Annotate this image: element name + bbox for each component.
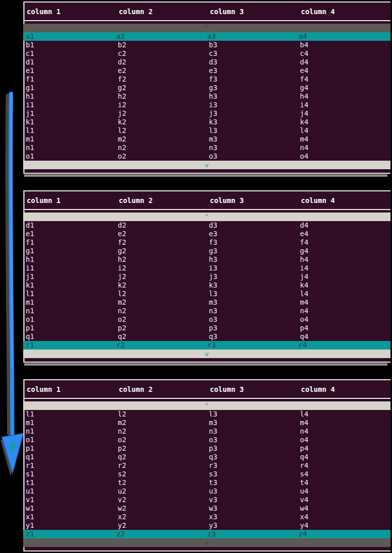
table-cell: n1 <box>25 307 117 315</box>
table-cell: l3 <box>208 290 299 298</box>
table-cell: e4 <box>299 230 390 238</box>
table-cell: r4 <box>297 341 390 350</box>
table-row[interactable]: j1j2j3j4 <box>25 272 390 281</box>
table-cell: i1 <box>25 264 117 272</box>
table-row[interactable]: o1o2o3o4 <box>25 315 390 324</box>
table-row[interactable]: i1i2i3i4 <box>25 101 390 109</box>
table-row[interactable]: s1s2s3s4 <box>25 470 390 478</box>
table-row[interactable]: q1q2q3q4 <box>25 332 390 341</box>
table-header: column 1column 2column 3column 4 <box>25 3 390 21</box>
table-row[interactable]: b1b2b3b4 <box>25 41 390 49</box>
table-cell: e3 <box>208 230 299 238</box>
table-cell: g3 <box>208 84 299 92</box>
table-cell: s1 <box>25 470 117 478</box>
table-cell: d3 <box>208 221 299 230</box>
table-row[interactable]: k1k2k3k4 <box>25 118 390 126</box>
table-cell: e4 <box>299 66 390 75</box>
table-row[interactable]: h1h2h3h4 <box>25 92 390 101</box>
column-header: column 4 <box>299 196 390 204</box>
table-row[interactable]: d1d2d3d4 <box>25 58 390 66</box>
table-row[interactable]: r1r2r3r4 <box>25 461 390 470</box>
table-cell: f2 <box>117 75 208 84</box>
table-shadow <box>24 174 387 177</box>
table-cell: l1 <box>25 290 117 298</box>
table-row[interactable]: l1l2l3l4 <box>25 126 390 135</box>
table-cell: h2 <box>117 92 208 101</box>
table-row[interactable]: t1t2t3t4 <box>25 478 390 487</box>
table-row[interactable]: l1l2l3l4 <box>25 410 390 419</box>
table-cell: g1 <box>25 84 117 92</box>
table-row[interactable]: j1j2j3j4 <box>25 109 390 118</box>
table-row[interactable]: l1l2l3l4 <box>25 290 390 298</box>
table-cell: j1 <box>25 272 117 281</box>
table-cell: i2 <box>117 101 208 109</box>
table-cell: o4 <box>299 152 390 161</box>
table-cell: q3 <box>208 453 299 461</box>
scroll-up-indicator[interactable]: ^ <box>23 24 390 32</box>
table-cell: l2 <box>117 126 208 135</box>
table-row[interactable]: y1y2y3y4 <box>25 521 390 530</box>
table-row[interactable]: n1n2n3n4 <box>25 144 390 152</box>
table-row[interactable]: e1e2e3e4 <box>25 66 390 75</box>
table-cell: h1 <box>25 255 117 264</box>
table-cell: j1 <box>25 109 117 118</box>
table-row-selected[interactable]: z1z2z3z4 <box>23 530 390 538</box>
table-row[interactable]: p1p2p3p4 <box>25 324 390 332</box>
table-cell: n2 <box>117 307 208 315</box>
table-cell: k2 <box>117 118 208 126</box>
table-cell: b1 <box>25 41 117 49</box>
table-row[interactable]: p1p2p3p4 <box>25 444 390 453</box>
table-row[interactable]: w1w2w3w4 <box>25 504 390 513</box>
table-row[interactable]: m1m2m3m4 <box>25 135 390 144</box>
table-row[interactable]: f1f2f3f4 <box>25 238 390 247</box>
table-row[interactable]: x1x2x3x4 <box>25 513 390 521</box>
table-cell: w3 <box>208 504 299 513</box>
table-cell: e3 <box>208 66 299 75</box>
table-cell: x1 <box>25 513 117 521</box>
table-row[interactable]: e1e2e3e4 <box>25 230 390 238</box>
table-row[interactable]: f1f2f3f4 <box>25 75 390 84</box>
table-row[interactable]: i1i2i3i4 <box>25 264 390 272</box>
table-cell: r2 <box>117 461 208 470</box>
table-row[interactable]: c1c2c3c4 <box>25 49 390 58</box>
table-row[interactable]: v1v2v3v4 <box>25 496 390 504</box>
scroll-down-indicator[interactable]: v <box>23 538 390 547</box>
table-cell: h1 <box>25 92 117 101</box>
table-cell: m3 <box>208 298 299 307</box>
table-row[interactable]: m1m2m3m4 <box>25 298 390 307</box>
table-row[interactable]: n1n2n3n4 <box>25 307 390 315</box>
table-cell: r3 <box>206 341 297 350</box>
table-row[interactable]: d1d2d3d4 <box>25 221 390 230</box>
table-row[interactable]: q1q2q3q4 <box>25 453 390 461</box>
column-header: column 2 <box>117 8 208 16</box>
column-header: column 3 <box>208 8 299 16</box>
column-header: column 3 <box>208 385 299 393</box>
table-cell: a2 <box>115 32 206 41</box>
table-row[interactable]: h1h2h3h4 <box>25 255 390 264</box>
table-row-selected[interactable]: r1r2r3r4 <box>23 341 390 350</box>
table-cell: p3 <box>208 444 299 453</box>
table-cell: p3 <box>208 324 299 332</box>
table-row[interactable]: n1n2n3n4 <box>25 427 390 436</box>
table-cell: l1 <box>25 126 117 135</box>
table-cell: n1 <box>25 427 117 436</box>
table-row-selected[interactable]: a1a2a3a4 <box>23 32 390 41</box>
table-cell: d2 <box>117 58 208 66</box>
scroll-up-indicator[interactable]: ^ <box>23 213 390 221</box>
table-row[interactable]: g1g2g3g4 <box>25 84 390 92</box>
table-row[interactable]: m1m2m3m4 <box>25 419 390 427</box>
table-cell: p2 <box>117 444 208 453</box>
scroll-up-indicator[interactable]: ^ <box>23 401 390 410</box>
table-cell: y1 <box>25 521 117 530</box>
table-row[interactable]: o1o2o3o4 <box>25 152 390 161</box>
table-header: column 1column 2column 3column 4 <box>25 380 390 399</box>
table-row[interactable]: o1o2o3o4 <box>25 436 390 444</box>
table-cell: z2 <box>115 530 206 538</box>
table-cell: j4 <box>299 109 390 118</box>
table-cell: m4 <box>299 298 390 307</box>
scroll-down-indicator[interactable]: v <box>23 350 390 358</box>
table-row[interactable]: k1k2k3k4 <box>25 281 390 290</box>
table-row[interactable]: g1g2g3g4 <box>25 247 390 255</box>
scroll-down-indicator[interactable]: v <box>23 161 390 169</box>
table-row[interactable]: u1u2u3u4 <box>25 487 390 496</box>
